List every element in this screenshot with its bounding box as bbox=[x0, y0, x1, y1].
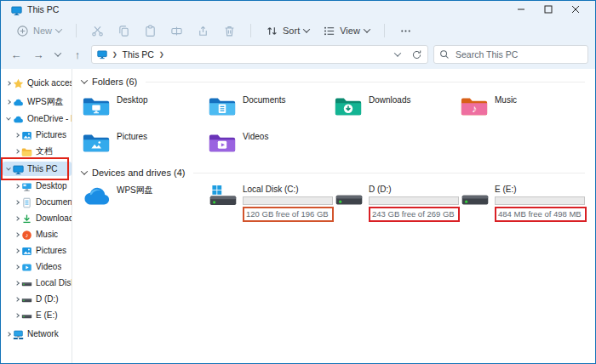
sort-button[interactable]: Sort bbox=[261, 22, 314, 40]
sidebar-item-music[interactable]: ♪Music bbox=[11, 227, 72, 242]
delete-button[interactable] bbox=[218, 22, 241, 40]
rename-button[interactable] bbox=[165, 22, 188, 40]
recent-locations-button[interactable] bbox=[52, 46, 64, 63]
drive-tile-wps[interactable]: WPS网盘 bbox=[82, 185, 208, 222]
pictures-icon bbox=[21, 245, 32, 256]
sidebar-item-label: D (D:) bbox=[36, 294, 59, 304]
toolbar-separator bbox=[250, 24, 251, 37]
address-dropdown-icon[interactable] bbox=[394, 49, 401, 56]
up-button[interactable]: ↑ bbox=[69, 46, 86, 63]
toolbar: New Sort View bbox=[1, 18, 595, 43]
sort-button-label: Sort bbox=[283, 26, 300, 36]
sidebar-item-label: OneDrive - Perso bbox=[27, 114, 72, 123]
folder-name: Videos bbox=[243, 132, 268, 141]
window-controls bbox=[508, 2, 588, 17]
expander-right-icon[interactable] bbox=[4, 82, 13, 85]
new-button[interactable]: New bbox=[11, 22, 66, 40]
folder-tile-documents[interactable]: Documents bbox=[208, 94, 334, 122]
windows-drive-icon bbox=[208, 185, 238, 211]
expander-right-icon[interactable] bbox=[13, 150, 21, 153]
expander-right-icon[interactable] bbox=[13, 134, 21, 137]
close-button[interactable] bbox=[563, 2, 588, 17]
chevron-down-icon bbox=[55, 26, 62, 32]
expander-right-icon[interactable] bbox=[13, 298, 21, 301]
toolbar-separator bbox=[76, 24, 77, 37]
downloads-icon bbox=[21, 213, 32, 224]
sidebar-item-pictures[interactable]: Pictures bbox=[11, 128, 72, 142]
view-button[interactable]: View bbox=[318, 22, 375, 40]
more-options-button[interactable] bbox=[394, 22, 417, 40]
cloud-icon bbox=[13, 96, 24, 107]
forward-button[interactable]: → bbox=[30, 46, 47, 63]
folder-tile-videos[interactable]: Videos bbox=[208, 130, 334, 159]
expander-right-icon[interactable] bbox=[13, 185, 21, 188]
collapse-icon[interactable] bbox=[81, 168, 88, 174]
drive-tile-d-d[interactable]: D (D:)243 GB free of 269 GB bbox=[334, 185, 460, 222]
expander-right-icon[interactable] bbox=[13, 217, 21, 220]
folder-tile-desktop[interactable]: Desktop bbox=[82, 94, 208, 122]
navigation-pane: Quick accessWPS网盘OneDrive - PersoPicture… bbox=[1, 69, 72, 363]
titlebar: This PC bbox=[1, 1, 595, 18]
sidebar-item-videos[interactable]: Videos bbox=[11, 259, 72, 274]
documents-icon bbox=[21, 196, 32, 208]
sidebar-item-label: E (E:) bbox=[36, 310, 58, 320]
sidebar-item-network[interactable]: Network bbox=[3, 327, 72, 341]
folders-section-header[interactable]: Folders (6) bbox=[82, 77, 585, 87]
expander-right-icon[interactable] bbox=[13, 249, 21, 253]
expander-right-icon[interactable] bbox=[13, 282, 21, 285]
sidebar-item-label: Quick access bbox=[27, 78, 72, 88]
drives-section-header[interactable]: Devices and drives (4) bbox=[82, 168, 585, 178]
expander-right-icon[interactable] bbox=[13, 314, 21, 317]
expander-right-icon[interactable] bbox=[13, 201, 21, 204]
expander-right-icon[interactable] bbox=[13, 233, 21, 236]
folder-tile-pictures[interactable]: Pictures bbox=[82, 130, 208, 159]
paste-button[interactable] bbox=[139, 22, 162, 40]
network-icon bbox=[13, 328, 24, 339]
collapse-icon[interactable] bbox=[81, 77, 88, 83]
sidebar-item-downloads[interactable]: Downloads bbox=[11, 211, 72, 225]
folder-tile-downloads[interactable]: Downloads bbox=[334, 94, 460, 122]
back-button[interactable]: ← bbox=[8, 46, 25, 63]
expander-down-icon[interactable] bbox=[4, 168, 13, 171]
section-title: Devices and drives (4) bbox=[92, 168, 185, 178]
minimize-button[interactable] bbox=[508, 2, 534, 17]
sidebar-item-quick-access[interactable]: Quick access bbox=[3, 76, 72, 90]
breadcrumb-this-pc[interactable]: This PC bbox=[123, 49, 154, 60]
drive-tile-local-disk-c[interactable]: Local Disk (C:)120 GB free of 196 GB bbox=[208, 185, 334, 222]
share-button[interactable] bbox=[192, 22, 215, 40]
search-box[interactable] bbox=[433, 45, 588, 64]
search-input[interactable] bbox=[454, 48, 582, 60]
free-space-text: 484 MB free of 498 MB bbox=[495, 207, 587, 222]
folder-tile-music[interactable]: ♪Music bbox=[460, 94, 586, 122]
sidebar-item-this-pc[interactable]: This PC bbox=[3, 162, 72, 176]
expander-right-icon[interactable] bbox=[4, 100, 13, 104]
sidebar-item-d-d[interactable]: D (D:) bbox=[11, 292, 72, 306]
expander-right-icon[interactable] bbox=[4, 333, 13, 336]
drive-icon bbox=[21, 293, 32, 304]
this-pc-icon bbox=[11, 4, 22, 15]
maximize-button[interactable] bbox=[536, 2, 561, 17]
copy-button[interactable] bbox=[112, 22, 135, 40]
refresh-icon[interactable] bbox=[411, 49, 422, 60]
svg-text:♪: ♪ bbox=[26, 231, 29, 239]
expander-right-icon[interactable] bbox=[13, 265, 21, 269]
sidebar-item-文档[interactable]: 文档 bbox=[11, 144, 72, 158]
sidebar-item-onedrive-perso[interactable]: OneDrive - Perso bbox=[3, 111, 72, 126]
sidebar-item-desktop[interactable]: Desktop bbox=[11, 179, 72, 193]
address-bar[interactable]: ❯ This PC ❯ bbox=[91, 45, 428, 64]
sidebar-item-pictures[interactable]: Pictures bbox=[11, 243, 72, 258]
sidebar-item-label: Videos bbox=[36, 262, 61, 271]
svg-text:♪: ♪ bbox=[472, 104, 477, 116]
expander-down-icon[interactable] bbox=[4, 117, 13, 121]
sidebar-item-documents[interactable]: Documents bbox=[11, 195, 72, 209]
drive-tile-e-e[interactable]: E (E:)484 MB free of 498 MB bbox=[460, 185, 586, 222]
cut-button[interactable] bbox=[86, 22, 109, 40]
music-icon: ♪ bbox=[21, 229, 32, 240]
sidebar-item-local-disk-c[interactable]: Local Disk (C:) bbox=[11, 276, 72, 290]
drive-icon bbox=[21, 310, 32, 321]
sidebar-item-wps网盘[interactable]: WPS网盘 bbox=[3, 94, 72, 109]
folder-pictures-icon bbox=[82, 130, 111, 154]
sidebar-item-e-e[interactable]: E (E:) bbox=[11, 308, 72, 322]
folder-videos-icon bbox=[208, 130, 237, 154]
toolbar-separator bbox=[384, 24, 385, 37]
